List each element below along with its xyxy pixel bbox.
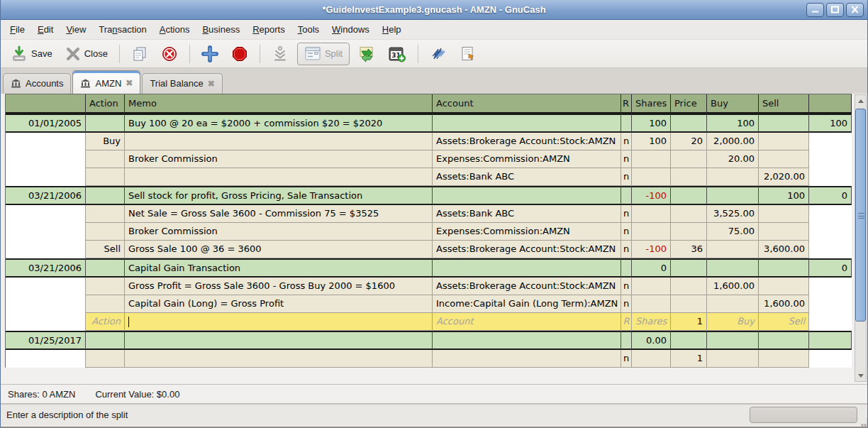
register-cell-buy[interactable]: 20.00: [707, 150, 759, 168]
register-cell-date[interactable]: 01/01/2005: [6, 114, 86, 133]
register-cell-shares[interactable]: [632, 168, 671, 186]
register-cell-account[interactable]: [433, 331, 621, 350]
register-cell-action[interactable]: [86, 350, 125, 368]
register-cell-action[interactable]: Sell: [86, 241, 125, 258]
register-cell-account[interactable]: [433, 186, 621, 205]
register-cell-memo[interactable]: Broker Commission: [125, 223, 433, 241]
scroll-up-button[interactable]: [855, 95, 866, 106]
register-cell-buy[interactable]: 75.00: [707, 223, 759, 241]
register-cell-memo[interactable]: Gross Sale 100 @ 36 = 3600: [125, 241, 433, 258]
menu-business[interactable]: Business: [196, 21, 246, 38]
register-cell-r[interactable]: n: [621, 205, 632, 223]
register-cell-price[interactable]: 36: [671, 241, 707, 258]
register-cell-price[interactable]: [671, 223, 707, 241]
register-cell-price[interactable]: 1: [671, 313, 707, 331]
register-cell-shares[interactable]: 0: [632, 258, 671, 278]
register-cell-sell[interactable]: 100: [759, 186, 809, 205]
register-cell-sell[interactable]: [759, 278, 809, 295]
register-cell-price[interactable]: [671, 114, 707, 133]
register-cell-memo[interactable]: Sell stock for profit, Gross Pricing, Sa…: [125, 186, 433, 205]
duplicate-button[interactable]: [127, 43, 152, 65]
register-cell-r[interactable]: [621, 258, 632, 278]
reconcile-button[interactable]: [425, 43, 451, 65]
register-cell-sell[interactable]: [759, 258, 809, 278]
register-cell-price[interactable]: [671, 295, 707, 313]
save-button[interactable]: Save: [6, 43, 57, 65]
register-cell-account[interactable]: [433, 258, 621, 278]
register-cell-account[interactable]: Income:Capital Gain (Long Term):AMZN: [433, 295, 621, 313]
register-cell-buy[interactable]: 2,000.00: [707, 133, 759, 150]
register-cell-shares[interactable]: [632, 350, 671, 368]
split-toggle-button[interactable]: Split: [297, 43, 350, 65]
register-cell-buy[interactable]: 1,600.00: [707, 278, 759, 295]
scrollbar-thumb[interactable]: [855, 109, 866, 322]
register-cell-balance[interactable]: [809, 168, 852, 186]
menu-windows[interactable]: Windows: [326, 21, 376, 38]
register-cell-action[interactable]: Buy: [86, 133, 125, 150]
register-cell-action[interactable]: [86, 186, 125, 205]
register-cell-action[interactable]: [86, 114, 125, 133]
register-cell-balance[interactable]: [809, 150, 852, 168]
register-cell-r[interactable]: n: [621, 223, 632, 241]
register-cell-balance[interactable]: [809, 223, 852, 241]
scroll-down-button[interactable]: [855, 370, 866, 381]
register-cell-balance[interactable]: [809, 241, 852, 258]
register-cell-shares[interactable]: 100: [632, 133, 671, 150]
register-cell-balance[interactable]: [809, 133, 852, 150]
register-cell-sell[interactable]: [759, 205, 809, 223]
register-cell-memo[interactable]: [125, 331, 433, 350]
register-cell-sell[interactable]: 3,600.00: [759, 241, 809, 258]
register-cell-r[interactable]: n: [621, 241, 632, 258]
register-cell-shares[interactable]: -100: [632, 186, 671, 205]
menu-view[interactable]: View: [60, 21, 92, 38]
register-cell-price[interactable]: [671, 258, 707, 278]
register-cell-memo[interactable]: Capital Gain (Long) = Gross Profit: [125, 295, 433, 313]
register-cell-account[interactable]: Assets:Brokerage Account:Stock:AMZN: [433, 278, 621, 295]
menu-edit[interactable]: Edit: [31, 21, 60, 38]
tab-close-icon[interactable]: ✖: [126, 79, 133, 87]
register-cell-balance[interactable]: [809, 205, 852, 223]
register-cell-buy[interactable]: [707, 331, 759, 350]
register-cell-balance[interactable]: 0: [809, 258, 852, 278]
minimize-button[interactable]: [806, 3, 824, 17]
register-cell-price[interactable]: [671, 205, 707, 223]
tab-amzn[interactable]: AMZN✖: [72, 70, 140, 94]
register-cell-memo[interactable]: Gross Profit = Gross Sale 3600 - Gross B…: [125, 278, 433, 295]
register-cell-sell[interactable]: [759, 150, 809, 168]
register-cell-r[interactable]: n: [621, 150, 632, 168]
register-cell-memo[interactable]: [125, 133, 433, 150]
register-cell-r[interactable]: [621, 186, 632, 205]
register-cell-action[interactable]: [86, 331, 125, 350]
register-cell-price[interactable]: [671, 331, 707, 350]
register-cell-shares[interactable]: 100: [632, 114, 671, 133]
register-cell-buy[interactable]: [707, 241, 759, 258]
register-cell-action[interactable]: [86, 205, 125, 223]
register-cell-date[interactable]: [6, 295, 86, 313]
register-cell-price[interactable]: [671, 150, 707, 168]
register-cell-r[interactable]: n: [621, 133, 632, 150]
register-cell-buy[interactable]: [707, 350, 759, 368]
register-cell-balance[interactable]: [809, 313, 852, 331]
menu-actions[interactable]: Actions: [153, 21, 196, 38]
register-cell-sell[interactable]: [759, 331, 809, 350]
register-cell-shares[interactable]: [632, 278, 671, 295]
register-cell-account[interactable]: [433, 114, 621, 133]
register-cell-date[interactable]: [6, 313, 86, 331]
menu-help[interactable]: Help: [376, 21, 408, 38]
register-cell-date[interactable]: [6, 205, 86, 223]
register-cell-price[interactable]: 20: [671, 133, 707, 150]
register-cell-balance[interactable]: [809, 331, 852, 350]
register-cell-balance[interactable]: 0: [809, 186, 852, 205]
register-cell-date[interactable]: [6, 150, 86, 168]
register-cell-balance[interactable]: [809, 278, 852, 295]
register-cell-date[interactable]: [6, 133, 86, 150]
register-cell-memo[interactable]: Broker Commission: [125, 150, 433, 168]
register-cell-sell[interactable]: Sell: [759, 313, 809, 331]
register-cell-r[interactable]: n: [621, 295, 632, 313]
register-cell-buy[interactable]: [707, 258, 759, 278]
register-cell-sell[interactable]: 2,020.00: [759, 168, 809, 186]
register-cell-r[interactable]: R: [621, 313, 632, 331]
register-cell-balance[interactable]: [809, 295, 852, 313]
register-cell-date[interactable]: [6, 350, 86, 368]
schedule-button[interactable]: 31: [384, 43, 411, 65]
